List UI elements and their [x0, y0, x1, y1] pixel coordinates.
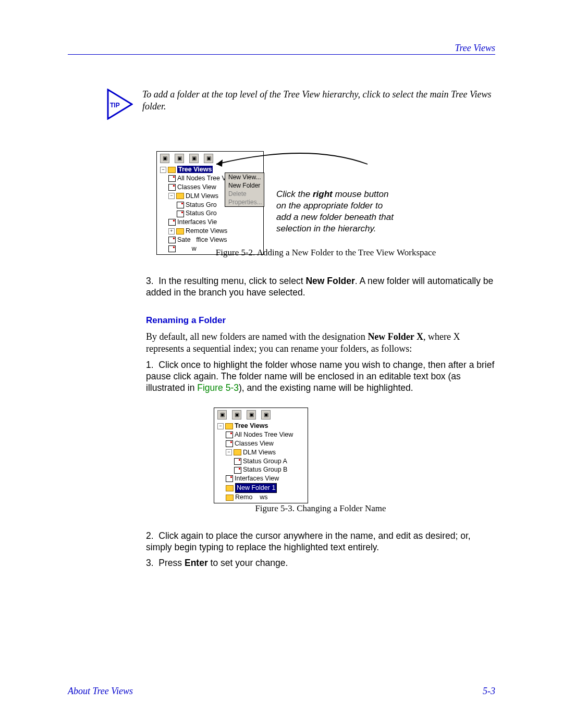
- tip-text: To add a folder at the top level of the …: [142, 89, 495, 112]
- folder-icon: [226, 485, 234, 491]
- view-icon: [168, 175, 176, 182]
- figure-reference-link[interactable]: Figure 5-3: [197, 382, 239, 393]
- toolbar-button[interactable]: ▣: [204, 154, 213, 163]
- footer-section: About Tree Views: [68, 686, 133, 697]
- figure-caption: Figure 5-3. Changing a Folder Name: [146, 503, 495, 514]
- heading-renaming: Renaming a Folder: [146, 315, 226, 326]
- page: Tree Views TIP To add a folder at the to…: [0, 0, 563, 728]
- toolbar-button[interactable]: ▣: [217, 410, 227, 419]
- tree-folder[interactable]: DLM Views: [186, 192, 218, 200]
- toolbar-button[interactable]: ▣: [232, 410, 241, 419]
- collapse-icon[interactable]: −: [160, 167, 166, 173]
- tree-item-fragment: ws: [260, 493, 267, 501]
- folder-rename-input[interactable]: New Folder 1: [235, 483, 277, 493]
- tip-label: TIP: [110, 102, 120, 109]
- folder-icon: [225, 423, 233, 429]
- view-icon: [234, 458, 241, 465]
- folder-icon: [176, 228, 184, 235]
- view-icon: [168, 184, 176, 191]
- rename-step-2: 2. Click again to place the cursor anywh…: [146, 530, 495, 553]
- menu-item-properties: Properties...: [225, 198, 264, 206]
- tree-folder[interactable]: DLM Views: [243, 449, 276, 456]
- folder-icon: [234, 449, 241, 455]
- rename-step-3: 3. Press Enter to set your change.: [146, 558, 495, 569]
- toolbar-button[interactable]: ▣: [160, 154, 169, 163]
- tree-root[interactable]: Tree Views: [177, 166, 213, 173]
- tree-item[interactable]: Status Group A: [243, 458, 287, 465]
- view-icon: [226, 431, 233, 438]
- tree-panel: ▣ ▣ ▣ ▣ −Tree Views All Nodes Tree View …: [214, 408, 308, 503]
- menu-item-new-folder[interactable]: New Folder: [225, 181, 264, 190]
- collapse-icon[interactable]: −: [226, 449, 232, 455]
- toolbar-button[interactable]: ▣: [189, 154, 199, 163]
- header-section-title: Tree Views: [455, 43, 496, 54]
- tree-item-fragment: Remo: [235, 493, 252, 501]
- collapse-icon[interactable]: −: [168, 193, 175, 199]
- view-icon: [226, 440, 233, 447]
- view-icon: [226, 475, 233, 482]
- tree-item[interactable]: Status Gro: [186, 209, 217, 217]
- toolbar: ▣ ▣ ▣ ▣: [158, 153, 262, 165]
- figure-5-2: ▣ ▣ ▣ ▣ −Tree Views All Nodes Tree View …: [156, 151, 264, 255]
- tree-item[interactable]: Interfaces View: [235, 475, 279, 482]
- paragraph-renaming: By default, all new folders are named wi…: [146, 331, 495, 354]
- tree-item[interactable]: Status Group B: [243, 466, 287, 473]
- toolbar-button[interactable]: ▣: [175, 154, 184, 163]
- menu-item-delete: Delete: [225, 190, 264, 198]
- context-menu: New View... New Folder Delete Properties…: [225, 172, 264, 207]
- header-rule: [68, 54, 495, 55]
- folder-icon: [168, 167, 176, 173]
- page-number: 5-3: [483, 686, 495, 697]
- collapse-icon[interactable]: −: [217, 423, 224, 429]
- folder-icon: [176, 193, 184, 199]
- expand-icon[interactable]: +: [168, 228, 175, 235]
- figure-callout: Click the right mouse button on the appr…: [276, 189, 396, 235]
- view-icon: [234, 467, 241, 474]
- tree-item[interactable]: Status Gro: [186, 201, 217, 208]
- tree-item-fragment: ffice Views: [196, 236, 227, 243]
- tree-root[interactable]: Tree Views: [235, 422, 268, 429]
- tree-item[interactable]: Classes View: [235, 440, 274, 447]
- toolbar-button[interactable]: ▣: [247, 410, 256, 419]
- folder-icon: [226, 495, 234, 501]
- rename-step-1: 1. Click once to highlight the folder wh…: [146, 360, 495, 394]
- menu-item-new-view[interactable]: New View...: [225, 173, 264, 181]
- tip-block: TIP To add a folder at the top level of …: [107, 89, 495, 120]
- tree-item[interactable]: Classes View: [177, 183, 216, 191]
- toolbar-button[interactable]: ▣: [261, 410, 271, 419]
- view-icon: [168, 237, 176, 243]
- view-icon: [177, 211, 184, 217]
- view-icon: [168, 219, 176, 226]
- view-icon: [177, 202, 184, 208]
- step-3: 3. In the resulting menu, click to selec…: [146, 276, 495, 299]
- tree-folder[interactable]: Remote Views: [186, 227, 227, 235]
- tree-view[interactable]: −Tree Views All Nodes Tree View Classes …: [215, 422, 307, 502]
- toolbar: ▣ ▣ ▣ ▣: [215, 409, 307, 422]
- tree-item[interactable]: Interfaces Vie: [177, 218, 217, 226]
- tip-icon: TIP: [107, 89, 133, 120]
- tree-item[interactable]: All Nodes Tree View: [235, 431, 293, 438]
- figure-5-3: ▣ ▣ ▣ ▣ −Tree Views All Nodes Tree View …: [214, 408, 308, 503]
- tree-item[interactable]: Sate: [177, 236, 191, 243]
- figure-caption: Figure 5-2. Adding a New Folder to the T…: [156, 248, 495, 258]
